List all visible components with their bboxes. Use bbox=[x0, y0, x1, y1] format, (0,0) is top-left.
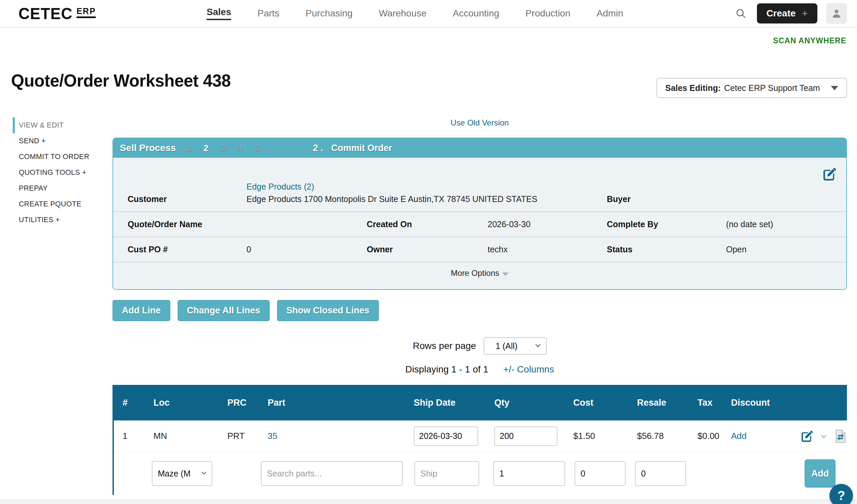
chevron-down-icon bbox=[831, 86, 838, 90]
help-button[interactable]: ? bbox=[829, 484, 853, 504]
ship-date-input[interactable] bbox=[414, 427, 478, 446]
status-value: Open bbox=[726, 245, 846, 254]
add-line-submit-button[interactable]: Add bbox=[805, 459, 836, 488]
col-cost: Cost bbox=[573, 398, 637, 408]
search-parts-input[interactable] bbox=[261, 461, 403, 486]
nav-item-parts[interactable]: Parts bbox=[257, 8, 279, 19]
nav-item-purchasing[interactable]: Purchasing bbox=[306, 8, 353, 19]
complete-by-label: Complete By bbox=[607, 220, 726, 229]
nav-item-sales[interactable]: Sales bbox=[206, 7, 231, 20]
table-body: 1 MN PRT 35 $1.50 $56.78 $0.00 Add bbox=[113, 420, 847, 495]
current-step-name: Commit Order bbox=[331, 143, 392, 153]
ship-date-form-input[interactable] bbox=[415, 461, 479, 486]
sales-editing-dropdown[interactable]: Sales Editing: Cetec ERP Support Team bbox=[656, 78, 847, 98]
nav-item-accounting[interactable]: Accounting bbox=[453, 8, 499, 19]
page-title: Quote/Order Worksheet 438 bbox=[11, 70, 231, 91]
nav-item-admin[interactable]: Admin bbox=[597, 8, 623, 19]
main-content: Use Old Version Sell Process 1 2 3 4 5 2… bbox=[113, 118, 847, 495]
sidebar-item-create-pquote[interactable]: CREATE PQUOTE bbox=[13, 196, 107, 212]
qty-input[interactable] bbox=[494, 427, 557, 446]
line-resale: $56.78 bbox=[637, 431, 698, 441]
line-cost: $1.50 bbox=[573, 431, 637, 441]
nav-item-warehouse[interactable]: Warehouse bbox=[379, 8, 426, 19]
sidebar-item-commit-to-order[interactable]: COMMIT TO ORDER bbox=[13, 149, 107, 165]
current-step: 2 . Commit Order bbox=[313, 143, 392, 153]
logo-text: CETEC bbox=[18, 4, 72, 23]
cetec-erp-logo[interactable]: CETEC ERP bbox=[18, 4, 96, 22]
discount-add-link[interactable]: Add bbox=[731, 431, 746, 441]
customer-cell: Edge Products (2) Edge Products 1700 Mon… bbox=[247, 182, 607, 204]
cost-form-input[interactable] bbox=[575, 461, 626, 486]
nav-right-cluster: Create + bbox=[734, 3, 847, 24]
step-1[interactable]: 1 bbox=[187, 143, 191, 153]
rows-per-page-control: Rows per page 1 (All) bbox=[113, 337, 847, 355]
customer-address: Edge Products 1700 Montopolis Dr Suite E… bbox=[247, 194, 607, 204]
col-loc: Loc bbox=[153, 398, 228, 408]
sidebar-item-prepay[interactable]: PREPAY bbox=[13, 180, 107, 196]
create-button[interactable]: Create + bbox=[757, 3, 817, 23]
show-closed-lines-button[interactable]: Show Closed Lines bbox=[277, 300, 379, 321]
step-4[interactable]: 4 bbox=[237, 143, 242, 153]
resale-form-input[interactable] bbox=[635, 461, 686, 486]
document-transfer-icon[interactable] bbox=[835, 430, 846, 443]
cust-po-label: Cust PO # bbox=[128, 245, 247, 254]
created-on-label: Created On bbox=[367, 220, 488, 229]
change-all-lines-button[interactable]: Change All Lines bbox=[178, 300, 270, 321]
part-link[interactable]: 35 bbox=[268, 431, 278, 441]
order-meta-row-1: Quote/Order Name Created On 2026-03-30 C… bbox=[113, 212, 846, 237]
sell-process-header: Sell Process 1 2 3 4 5 2 . Commit Order bbox=[113, 138, 846, 158]
owner-value: techx bbox=[488, 245, 607, 254]
owner-label: Owner bbox=[367, 245, 488, 254]
customer-row: Customer Edge Products (2) Edge Products… bbox=[113, 158, 846, 212]
line-loc: MN bbox=[153, 431, 228, 441]
add-line-button[interactable]: Add Line bbox=[113, 300, 170, 321]
status-label: Status bbox=[607, 245, 726, 254]
qty-form-input[interactable] bbox=[493, 461, 565, 486]
order-meta-row-2: Cust PO # 0 Owner techx Status Open bbox=[113, 237, 846, 262]
step-2[interactable]: 2 bbox=[203, 143, 208, 153]
rows-per-page-select[interactable]: 1 (All) bbox=[484, 337, 547, 355]
created-on-value: 2026-03-30 bbox=[488, 220, 607, 229]
line-prc: PRT bbox=[228, 431, 268, 441]
quote-order-worksheet-page: CETEC ERP Sales Parts Purchasing Warehou… bbox=[0, 0, 857, 504]
user-menu-button[interactable] bbox=[826, 3, 847, 24]
col-discount: Discount bbox=[731, 398, 788, 408]
nav-item-production[interactable]: Production bbox=[525, 8, 571, 19]
customer-link[interactable]: Edge Products (2) bbox=[247, 182, 314, 192]
more-options-label: More Options bbox=[451, 268, 499, 278]
cust-po-value: 0 bbox=[247, 245, 367, 254]
search-icon[interactable] bbox=[734, 6, 748, 21]
logo-erp-text: ERP bbox=[77, 6, 96, 18]
buyer-label: Buyer bbox=[607, 194, 726, 204]
displaying-row: Displaying 1 - 1 of 1 +/- Columns bbox=[113, 364, 847, 375]
step-3[interactable]: 3 bbox=[221, 143, 225, 153]
edit-pencil-square-icon[interactable] bbox=[823, 168, 836, 180]
sidebar-item-utilities[interactable]: UTILITIES + bbox=[13, 212, 107, 228]
sell-process-title: Sell Process bbox=[120, 143, 176, 153]
quote-order-name-label: Quote/Order Name bbox=[128, 220, 247, 229]
edit-pencil-square-icon[interactable] bbox=[802, 431, 813, 442]
sidebar-item-view-edit[interactable]: VIEW & EDIT bbox=[13, 118, 107, 133]
chevron-down-icon[interactable] bbox=[820, 432, 828, 440]
columns-toggle-link[interactable]: +/- Columns bbox=[503, 364, 554, 375]
customer-label: Customer bbox=[128, 194, 247, 204]
order-lines-table: # Loc PRC Part Ship Date Qty Cost Resale… bbox=[113, 385, 847, 495]
location-select[interactable]: Maze (M bbox=[152, 461, 212, 486]
user-icon bbox=[831, 8, 842, 19]
scan-anywhere-link[interactable]: SCAN ANYWHERE bbox=[773, 36, 846, 45]
line-number: 1 bbox=[122, 431, 153, 441]
current-step-number: 2 . bbox=[313, 143, 323, 153]
sidebar-item-send[interactable]: SEND + bbox=[13, 133, 107, 149]
table-header: # Loc PRC Part Ship Date Qty Cost Resale… bbox=[113, 385, 847, 420]
col-qty: Qty bbox=[494, 398, 573, 408]
displaying-text: Displaying 1 - 1 of 1 bbox=[405, 364, 488, 375]
col-ship-date: Ship Date bbox=[414, 398, 494, 408]
sidebar-item-quoting-tools[interactable]: QUOTING TOOLS + bbox=[13, 165, 107, 180]
sell-process-panel: Sell Process 1 2 3 4 5 2 . Commit Order bbox=[113, 138, 847, 290]
worksheet-sidebar: VIEW & EDIT SEND + COMMIT TO ORDER QUOTI… bbox=[13, 118, 107, 228]
use-old-version-link[interactable]: Use Old Version bbox=[451, 118, 509, 127]
step-5[interactable]: 5 bbox=[254, 143, 259, 153]
table-row: 1 MN PRT 35 $1.50 $56.78 $0.00 Add bbox=[114, 420, 847, 452]
more-options-toggle[interactable]: More Options bbox=[113, 262, 846, 279]
complete-by-value: (no date set) bbox=[726, 220, 846, 229]
